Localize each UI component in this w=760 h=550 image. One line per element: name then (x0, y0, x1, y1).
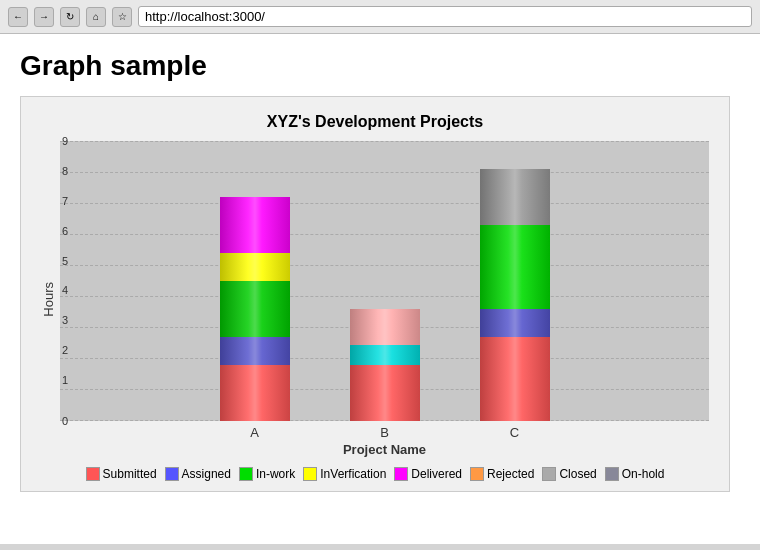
bar-segment-on_hold (480, 169, 550, 225)
y-tick: 0 (62, 415, 68, 426)
legend-item-in_work: In-work (239, 467, 295, 481)
x-axis: ABC (60, 425, 709, 440)
chart-area: Hours 9876543210 ABC Project Name (41, 141, 709, 457)
y-tick: 6 (62, 225, 68, 236)
chart-inner: 9876543210 ABC Project Name (60, 141, 709, 457)
forward-button[interactable]: → (34, 7, 54, 27)
legend-label-closed: Closed (559, 467, 596, 481)
bar-segment-delivered (350, 309, 420, 345)
y-tick: 1 (62, 375, 68, 386)
legend-color-closed (542, 467, 556, 481)
legend-item-closed: Closed (542, 467, 596, 481)
url-bar[interactable] (138, 6, 752, 27)
y-tick: 4 (62, 285, 68, 296)
y-tick: 3 (62, 315, 68, 326)
bar-segment-assigned (480, 309, 550, 337)
chart-container: XYZ's Development Projects Hours 9876543… (20, 96, 730, 492)
legend-label-delivered: Delivered (411, 467, 462, 481)
bar-segment-delivered (220, 197, 290, 253)
back-button[interactable]: ← (8, 7, 28, 27)
bar-group-a (220, 197, 290, 421)
browser-toolbar: ← → ↻ ⌂ ☆ (0, 0, 760, 34)
bar-segment-submitted (220, 365, 290, 421)
y-tick: 5 (62, 255, 68, 266)
y-tick: 7 (62, 195, 68, 206)
y-tick: 8 (62, 165, 68, 176)
x-axis-label: Project Name (60, 442, 709, 457)
legend-label-in_verification: InVerfication (320, 467, 386, 481)
x-tick-a: A (220, 425, 290, 440)
legend-item-on_hold: On-hold (605, 467, 665, 481)
bar-segment-assigned (220, 337, 290, 365)
x-tick-b: B (350, 425, 420, 440)
legend-label-submitted: Submitted (103, 467, 157, 481)
bar-segment-submitted (480, 337, 550, 421)
bar-stack-a (220, 197, 290, 421)
legend-color-delivered (394, 467, 408, 481)
legend-label-assigned: Assigned (182, 467, 231, 481)
star-button[interactable]: ☆ (112, 7, 132, 27)
legend-color-in_work (239, 467, 253, 481)
legend-color-in_verification (303, 467, 317, 481)
bar-stack-c (480, 169, 550, 421)
bar-stack-b (350, 309, 420, 421)
reload-button[interactable]: ↻ (60, 7, 80, 27)
page-content: Graph sample XYZ's Development Projects … (0, 34, 760, 544)
y-tick: 9 (62, 136, 68, 147)
home-button[interactable]: ⌂ (86, 7, 106, 27)
legend-color-assigned (165, 467, 179, 481)
bar-group-c (480, 169, 550, 421)
y-axis-label: Hours (41, 282, 56, 317)
bar-group-b (350, 309, 420, 421)
legend-color-rejected (470, 467, 484, 481)
bar-segment-in_work (480, 225, 550, 309)
legend-item-in_verification: InVerfication (303, 467, 386, 481)
bar-segment-submitted (350, 365, 420, 421)
chart-grid: 9876543210 (60, 141, 709, 421)
legend-label-in_work: In-work (256, 467, 295, 481)
legend-label-on_hold: On-hold (622, 467, 665, 481)
legend-color-on_hold (605, 467, 619, 481)
y-tick: 2 (62, 345, 68, 356)
legend-color-submitted (86, 467, 100, 481)
legend-item-delivered: Delivered (394, 467, 462, 481)
legend-item-submitted: Submitted (86, 467, 157, 481)
legend-item-rejected: Rejected (470, 467, 534, 481)
bar-segment-in_verification (220, 253, 290, 281)
bar-segment-in_work (220, 281, 290, 337)
page-title: Graph sample (20, 50, 740, 82)
x-tick-c: C (480, 425, 550, 440)
legend-label-rejected: Rejected (487, 467, 534, 481)
chart-title: XYZ's Development Projects (41, 113, 709, 131)
bar-segment-in_work (350, 345, 420, 365)
legend-item-assigned: Assigned (165, 467, 231, 481)
legend: SubmittedAssignedIn-workInVerficationDel… (41, 467, 709, 481)
y-axis-labels: 9876543210 (62, 141, 68, 421)
